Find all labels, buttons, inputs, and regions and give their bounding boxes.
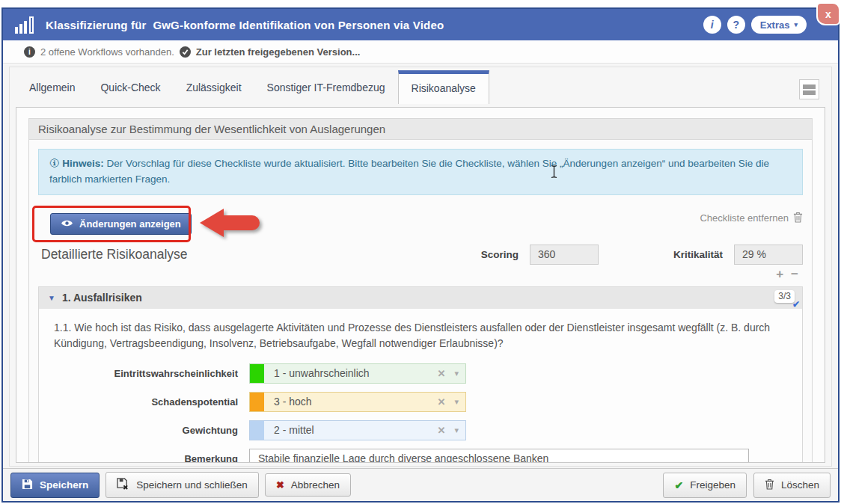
green-swatch xyxy=(250,364,264,383)
tab-sonstiger-it-fremdbezug[interactable]: Sonstiger IT-Fremdbezug xyxy=(254,70,398,103)
hint-text: Der Vorschlag für diese Checkliste wurde… xyxy=(49,158,769,185)
blue-swatch xyxy=(250,421,264,440)
risk-analysis-section: Risikoanalyse zur Bestimmung der Wesentl… xyxy=(28,118,813,463)
trash-icon xyxy=(765,479,774,492)
info-icon[interactable]: i xyxy=(703,16,721,34)
tab-panel: Risikoanalyse zur Bestimmung der Wesentl… xyxy=(16,107,825,463)
remove-checklist-link[interactable]: Checkliste entfernen xyxy=(700,212,803,225)
group-header[interactable]: ▼ 1. Ausfallrisiken 3/3 ✔ xyxy=(39,287,802,309)
analysis-heading-row: Detaillierte Risikoanalyse Scoring Kriti… xyxy=(38,245,803,265)
hint-box: 🛈 Hinweis: Der Vorschlag für diese Check… xyxy=(38,149,803,195)
bar-chart-icon xyxy=(15,16,35,34)
workflow-info-icon: i xyxy=(24,46,35,58)
cancel-button[interactable]: ✖ Abbrechen xyxy=(265,473,351,497)
group-body: 1.1. Wie hoch ist das Risiko, dass ausge… xyxy=(39,309,802,463)
group-title: 1. Ausfallrisiken xyxy=(62,292,142,304)
hint-info-icon: 🛈 xyxy=(49,158,60,169)
damage-select[interactable]: 3 - hoch ✕ ▾ xyxy=(249,392,466,412)
tab-zulaessigkeit[interactable]: Zulässigkeit xyxy=(174,70,254,103)
check-circle-icon xyxy=(180,46,191,58)
chevron-down-icon[interactable]: ▾ xyxy=(454,397,459,407)
tab-risikoanalyse[interactable]: Risikoanalyse xyxy=(398,70,489,104)
scoring-field[interactable] xyxy=(530,245,599,265)
x-icon: ✖ xyxy=(276,479,284,491)
score-group: Scoring Kritikalität xyxy=(481,245,803,265)
annotation-arrow xyxy=(200,209,263,237)
expand-collapse-controls: + − xyxy=(38,265,803,283)
screenshot: Klassifizierung für GwG-konforme Identif… xyxy=(0,0,841,504)
tab-allgemein[interactable]: Allgemein xyxy=(16,70,88,103)
workflow-bar: i 2 offene Workflows vorhanden. Zur letz… xyxy=(3,40,838,64)
criticality-label: Kritikalität xyxy=(673,249,723,260)
extras-label: Extras xyxy=(760,19,790,31)
footer-right-group: ✔ Freigeben Löschen xyxy=(663,473,831,498)
show-changes-button[interactable]: Änderungen anzeigen xyxy=(50,213,192,235)
titlebar-actions: i ? Extras ▾ xyxy=(703,16,807,34)
close-icon[interactable]: x xyxy=(816,2,840,25)
eye-icon xyxy=(61,218,73,230)
field-row-weight: Gewichtung 2 - mittel ✕ ▾ xyxy=(52,420,789,440)
save-button[interactable]: Speichern xyxy=(10,473,100,498)
trash-icon xyxy=(793,212,803,225)
risk-group-1: ▼ 1. Ausfallrisiken 3/3 ✔ 1.1. Wie hoch … xyxy=(38,286,803,463)
weight-select[interactable]: 2 - mittel ✕ ▾ xyxy=(249,420,466,440)
badge-check-icon: ✔ xyxy=(792,299,800,310)
clear-icon[interactable]: ✕ xyxy=(438,368,446,379)
floppy-icon xyxy=(22,479,33,492)
clear-icon[interactable]: ✕ xyxy=(438,396,446,408)
layout-toggle-icon[interactable] xyxy=(799,79,819,99)
floppy-close-icon xyxy=(117,478,129,492)
plus-icon[interactable]: + xyxy=(776,268,783,280)
chevron-down-icon[interactable]: ▾ xyxy=(454,425,459,435)
minus-icon[interactable]: − xyxy=(791,268,798,280)
field-row-remark: Bemerkung xyxy=(52,449,789,463)
probability-select[interactable]: 1 - unwahrscheinlich ✕ ▾ xyxy=(249,363,466,384)
footer-toolbar: Speichern Speichern und schließen ✖ Abbr… xyxy=(3,468,838,501)
probability-label: Eintrittswahrscheinlichkeit xyxy=(52,368,249,379)
release-button[interactable]: ✔ Freigeben xyxy=(663,473,747,498)
analysis-heading: Detaillierte Risikoanalyse xyxy=(41,247,188,262)
scoring-label: Scoring xyxy=(481,249,519,260)
criticality-field[interactable] xyxy=(734,245,803,265)
field-row-probability: Eintrittswahrscheinlichkeit 1 - unwahrsc… xyxy=(52,363,789,384)
tab-quick-check[interactable]: Quick-Check xyxy=(88,70,173,103)
field-row-damage: Schadenspotential 3 - hoch ✕ ▾ xyxy=(52,392,789,412)
section-body: 🛈 Hinweis: Der Vorschlag für diese Check… xyxy=(29,140,812,463)
caret-down-icon[interactable]: ▼ xyxy=(48,294,55,302)
main-area: Allgemein Quick-Check Zulässigkeit Sonst… xyxy=(3,64,838,468)
app-window: Klassifizierung für GwG-konforme Identif… xyxy=(1,7,840,503)
hint-label: Hinweis: xyxy=(62,158,104,169)
page-title: Klassifizierung für GwG-konforme Identif… xyxy=(46,19,444,31)
check-icon: ✔ xyxy=(674,479,683,491)
workflow-message: 2 offene Workflows vorhanden. xyxy=(40,46,174,58)
save-and-close-button[interactable]: Speichern und schließen xyxy=(105,472,259,498)
damage-label: Schadenspotential xyxy=(52,396,249,408)
last-version-link[interactable]: Zur letzten freigegebenen Version... xyxy=(196,46,361,58)
remark-input[interactable] xyxy=(249,449,749,463)
changes-row: Änderungen anzeigen Checkliste entfernen xyxy=(38,210,803,245)
remark-label: Bemerkung xyxy=(52,453,249,463)
delete-button[interactable]: Löschen xyxy=(753,473,831,498)
titlebar: Klassifizierung für GwG-konforme Identif… xyxy=(3,9,838,40)
extras-button[interactable]: Extras ▾ xyxy=(751,16,807,34)
chevron-down-icon: ▾ xyxy=(794,21,798,28)
clear-icon[interactable]: ✕ xyxy=(438,425,446,436)
section-title: Risikoanalyse zur Bestimmung der Wesentl… xyxy=(29,119,812,140)
help-icon[interactable]: ? xyxy=(727,16,745,34)
chevron-down-icon[interactable]: ▾ xyxy=(454,369,459,378)
tab-bar: Allgemein Quick-Check Zulässigkeit Sonst… xyxy=(16,70,489,103)
weight-label: Gewichtung xyxy=(52,425,249,436)
orange-swatch xyxy=(250,393,264,411)
question-text: 1.1. Wie hoch ist das Risiko, dass ausge… xyxy=(54,320,789,351)
